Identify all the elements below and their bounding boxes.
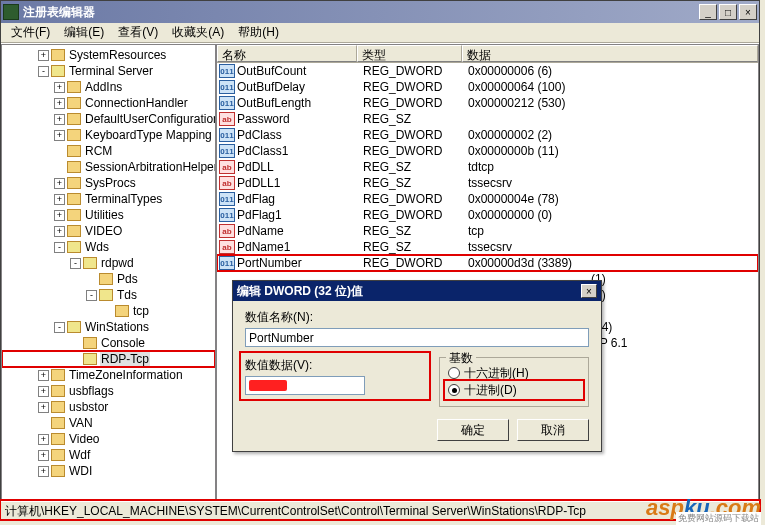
- tree-node-rcm[interactable]: RCM: [2, 143, 215, 159]
- radio-icon: [448, 367, 460, 379]
- tree-toggle-icon[interactable]: +: [38, 50, 49, 61]
- folder-icon: [51, 49, 65, 61]
- tree-node-video[interactable]: +VIDEO: [2, 223, 215, 239]
- value-row-outbufdelay[interactable]: 011OutBufDelayREG_DWORD0x00000064 (100): [217, 79, 758, 95]
- menu-edit[interactable]: 编辑(E): [58, 22, 110, 43]
- menu-favorites[interactable]: 收藏夹(A): [166, 22, 230, 43]
- tree-node-tds[interactable]: -Tds: [2, 287, 215, 303]
- tree-node-sysprocs[interactable]: +SysProcs: [2, 175, 215, 191]
- tree-node-utilities[interactable]: +Utilities: [2, 207, 215, 223]
- value-row-pdclass1[interactable]: 011PdClass1REG_DWORD0x0000000b (11): [217, 143, 758, 159]
- tree-toggle-icon[interactable]: -: [38, 66, 49, 77]
- tree-toggle-icon[interactable]: +: [54, 210, 65, 221]
- menu-view[interactable]: 查看(V): [112, 22, 164, 43]
- folder-icon: [51, 465, 65, 477]
- minimize-button[interactable]: _: [699, 4, 717, 20]
- folder-icon: [67, 241, 81, 253]
- tree-node-usbflags[interactable]: +usbflags: [2, 383, 215, 399]
- tree-node-terminal-server[interactable]: -Terminal Server: [2, 63, 215, 79]
- cancel-button[interactable]: 取消: [517, 419, 589, 441]
- tree-toggle-icon[interactable]: -: [54, 322, 65, 333]
- tree-node-van[interactable]: VAN: [2, 415, 215, 431]
- tree-node-rdp-tcp[interactable]: RDP-Tcp: [2, 351, 215, 367]
- tree-toggle-icon[interactable]: +: [54, 178, 65, 189]
- dword-icon: 011: [219, 96, 235, 110]
- folder-icon: [51, 401, 65, 413]
- tree-toggle-icon[interactable]: +: [54, 226, 65, 237]
- tree-node-terminaltypes[interactable]: +TerminalTypes: [2, 191, 215, 207]
- menubar: 文件(F) 编辑(E) 查看(V) 收藏夹(A) 帮助(H): [1, 23, 759, 43]
- cell-data: tcp: [464, 224, 758, 238]
- tree-toggle-icon[interactable]: +: [54, 130, 65, 141]
- tree-toggle-icon[interactable]: +: [54, 194, 65, 205]
- folder-icon: [67, 113, 81, 125]
- folder-icon: [51, 433, 65, 445]
- tree-node-tcp[interactable]: tcp: [2, 303, 215, 319]
- tree-node-usbstor[interactable]: +usbstor: [2, 399, 215, 415]
- value-row-pdname1[interactable]: abPdName1REG_SZtssecsrv: [217, 239, 758, 255]
- tree-node-wdi[interactable]: +WDI: [2, 463, 215, 479]
- tree-node-sessionarbitrationhelper[interactable]: SessionArbitrationHelper: [2, 159, 215, 175]
- tree-node-connectionhandler[interactable]: +ConnectionHandler: [2, 95, 215, 111]
- tree-toggle-icon[interactable]: +: [38, 402, 49, 413]
- radix-group: 基数 十六进制(H) 十进制(D): [439, 357, 589, 407]
- tree-toggle-icon[interactable]: +: [54, 114, 65, 125]
- ok-button[interactable]: 确定: [437, 419, 509, 441]
- tree-node-systemresources[interactable]: +SystemResources: [2, 47, 215, 63]
- tree-toggle-icon[interactable]: +: [38, 466, 49, 477]
- menu-help[interactable]: 帮助(H): [232, 22, 285, 43]
- tree-node-timezoneinformation[interactable]: +TimeZoneInformation: [2, 367, 215, 383]
- tree-toggle-icon[interactable]: +: [38, 434, 49, 445]
- value-data-input[interactable]: [245, 376, 365, 395]
- value-row-pdclass[interactable]: 011PdClassREG_DWORD0x00000002 (2): [217, 127, 758, 143]
- folder-icon: [99, 273, 113, 285]
- value-row-outbufcount[interactable]: 011OutBufCountREG_DWORD0x00000006 (6): [217, 63, 758, 79]
- tree-toggle-icon[interactable]: +: [38, 450, 49, 461]
- value-row-outbuflength[interactable]: 011OutBufLengthREG_DWORD0x00000212 (530): [217, 95, 758, 111]
- value-row-portnumber[interactable]: 011PortNumberREG_DWORD0x00000d3d (3389): [217, 255, 758, 271]
- tree-node-video[interactable]: +Video: [2, 431, 215, 447]
- maximize-button[interactable]: □: [719, 4, 737, 20]
- value-row-pdname[interactable]: abPdNameREG_SZtcp: [217, 223, 758, 239]
- col-header-name[interactable]: 名称: [217, 45, 357, 62]
- tree-toggle-icon[interactable]: -: [86, 290, 97, 301]
- col-header-type[interactable]: 类型: [357, 45, 462, 62]
- tree-toggle-icon[interactable]: -: [54, 242, 65, 253]
- tree-label: TimeZoneInformation: [68, 368, 184, 382]
- tree-node-wds[interactable]: -Wds: [2, 239, 215, 255]
- tree-toggle-icon[interactable]: +: [38, 386, 49, 397]
- tree-toggle-icon[interactable]: -: [70, 258, 81, 269]
- value-row-pddll1[interactable]: abPdDLL1REG_SZtssecsrv: [217, 175, 758, 191]
- value-name-input[interactable]: [245, 328, 589, 347]
- key-tree[interactable]: +SystemResources-Terminal Server+AddIns+…: [1, 44, 216, 501]
- tree-node-console[interactable]: Console: [2, 335, 215, 351]
- tree-node-wdf[interactable]: +Wdf: [2, 447, 215, 463]
- radix-dec[interactable]: 十进制(D): [445, 381, 583, 399]
- tree-node-pds[interactable]: Pds: [2, 271, 215, 287]
- value-row-password[interactable]: abPasswordREG_SZ: [217, 111, 758, 127]
- tree-node-rdpwd[interactable]: -rdpwd: [2, 255, 215, 271]
- tree-label: DefaultUserConfiguration: [84, 112, 216, 126]
- cell-type: REG_DWORD: [359, 128, 464, 142]
- tree-node-winstations[interactable]: -WinStations: [2, 319, 215, 335]
- tree-node-addins[interactable]: +AddIns: [2, 79, 215, 95]
- dialog-close-button[interactable]: ×: [581, 284, 597, 298]
- close-button[interactable]: ×: [739, 4, 757, 20]
- tree-label: Console: [100, 336, 146, 350]
- tree-node-keyboardtype-mapping[interactable]: +KeyboardType Mapping: [2, 127, 215, 143]
- col-header-data[interactable]: 数据: [462, 45, 758, 62]
- value-row-pdflag[interactable]: 011PdFlagREG_DWORD0x0000004e (78): [217, 191, 758, 207]
- value-row-pddll[interactable]: abPdDLLREG_SZtdtcp: [217, 159, 758, 175]
- cell-name: PdClass1: [237, 144, 359, 158]
- dword-icon: 011: [219, 144, 235, 158]
- redacted-value-icon: [249, 380, 287, 391]
- tree-toggle-icon[interactable]: +: [54, 82, 65, 93]
- tree-toggle-icon[interactable]: +: [54, 98, 65, 109]
- dialog-titlebar[interactable]: 编辑 DWORD (32 位)值 ×: [233, 281, 601, 301]
- value-row-pdflag1[interactable]: 011PdFlag1REG_DWORD0x00000000 (0): [217, 207, 758, 223]
- tree-toggle-icon[interactable]: +: [38, 370, 49, 381]
- titlebar[interactable]: 注册表编辑器 _ □ ×: [1, 1, 759, 23]
- radix-legend: 基数: [446, 350, 476, 367]
- tree-node-defaultuserconfiguration[interactable]: +DefaultUserConfiguration: [2, 111, 215, 127]
- menu-file[interactable]: 文件(F): [5, 22, 56, 43]
